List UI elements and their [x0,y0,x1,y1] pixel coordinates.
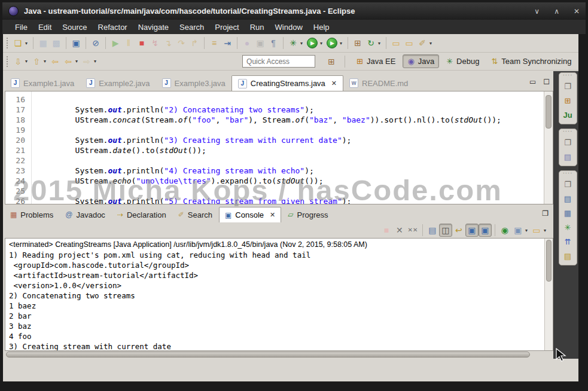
console-tab-declaration[interactable]: ⇢Declaration [112,207,172,222]
console-hscrollbar[interactable] [5,351,545,359]
scrollbar-thumb[interactable] [6,352,530,358]
editor-tab-example2-java[interactable]: JExample2.java [80,75,156,91]
menu-refactor[interactable]: Refactor [93,22,133,33]
grip-handle[interactable]: ⋅⋅⋅⋅ [563,129,573,134]
grip-handle[interactable]: ⋅⋅⋅⋅ [563,171,573,176]
last-edit-location-icon[interactable]: ⇦ [48,55,62,68]
back-dropdown[interactable]: ▾ [75,59,78,64]
hierarchy-view-icon[interactable]: ⊞ [561,94,574,106]
debug-icon[interactable]: ✳ [287,36,300,50]
maximize-view-icon[interactable]: ☐ [543,78,550,86]
search-icon[interactable]: ✐ [416,36,429,50]
code-area[interactable]: System.out.println("2) Concatenating two… [32,91,544,204]
close-button[interactable]: ✕ [574,7,580,16]
step-filters-icon[interactable]: ⇥ [221,36,234,50]
show-stdout-icon[interactable]: ▣ [465,224,479,237]
display-console-icon[interactable]: ▣ [511,224,525,237]
menu-navigate[interactable]: Navigate [133,22,174,33]
menu-help[interactable]: Help [308,22,335,33]
forward-icon[interactable]: ⇨ [80,55,93,68]
next-annotation-icon[interactable]: ⇩ [11,55,25,68]
grip-handle[interactable]: ⋅⋅⋅⋅ [563,73,573,78]
console-tab-problems[interactable]: ▦Problems [5,207,59,222]
close-icon[interactable]: ✕ [270,211,275,219]
junit-view-icon[interactable]: Ju [561,109,574,121]
external-tools-dropdown[interactable]: ▾ [340,41,342,46]
menu-run[interactable]: Run [245,22,270,33]
word-wrap-icon[interactable]: ↩ [452,224,465,237]
run-history-icon[interactable]: ≡ [208,36,221,50]
update-project-icon[interactable]: ↻ [364,36,377,50]
show-stderr-icon[interactable]: ▣ [479,224,492,237]
new-wizard-icon[interactable]: ❏ [11,36,25,50]
show-whitespace-icon[interactable]: ¶ [267,36,280,50]
properties-view-icon[interactable]: ▦ [561,207,574,219]
synchronize-view-icon[interactable]: ⇈ [561,236,574,248]
new-wizard-dropdown[interactable]: ▾ [25,41,28,46]
perspective-java[interactable]: ◉Java [403,54,439,68]
next-annotation-dropdown[interactable]: ▾ [25,59,28,64]
history-view-icon[interactable]: ▤ [561,250,574,262]
external-tools-icon[interactable]: ▶ [327,38,337,48]
pin-console-icon[interactable]: ◉ [498,224,511,237]
display-console-dropdown[interactable]: ▾ [525,228,528,233]
maximize-button[interactable]: ∧ [554,7,559,16]
console-body[interactable]: <terminated> CreatingStreams [Java Appli… [5,238,553,351]
menu-source[interactable]: Source [57,22,92,33]
debug-dropdown[interactable]: ▾ [300,41,303,46]
close-icon[interactable]: ✕ [331,80,337,87]
remove-launch-icon[interactable]: ✕ [393,224,406,237]
back-icon[interactable]: ⇦ [62,55,75,68]
quick-access-input[interactable] [242,55,315,68]
console-tab-javadoc[interactable]: @Javadoc [60,207,111,222]
scrollbar-thumb[interactable] [546,95,552,129]
open-perspective-icon[interactable]: ⊞ [325,55,338,68]
menu-search[interactable]: Search [174,22,209,33]
toolbar-grip[interactable] [7,38,8,48]
console-tab-progress[interactable]: ▱Progress [282,207,333,222]
perspective-team-synchronizing[interactable]: ⇅Team Synchronizing [486,54,576,68]
open-console-dropdown[interactable]: ▾ [544,228,546,233]
debug-view-icon[interactable]: ✳ [561,221,574,233]
outline-view-icon[interactable]: ▤ [561,151,574,163]
servers-view-icon[interactable]: ▤ [561,193,574,204]
previous-annotation-icon[interactable]: ⇧ [30,55,43,68]
open-resource-icon[interactable]: ▭ [403,36,416,50]
menu-edit[interactable]: Edit [33,22,57,33]
scrollbar-thumb[interactable] [546,240,552,282]
editor-tab-creatingstreams-java[interactable]: JCreatingStreams.java✕ [231,75,343,91]
skip-breakpoints-icon[interactable]: ⊘ [89,36,102,50]
restore-view-icon[interactable]: ❐ [561,136,574,148]
editor-tab-example3-java[interactable]: JExample3.java [156,75,231,91]
menu-window[interactable]: Window [270,22,308,33]
console-tab-search[interactable]: ✐Search [173,207,218,222]
restore-view-icon[interactable]: ❐ [561,80,574,92]
menu-file[interactable]: File [10,22,33,33]
terminate-icon[interactable]: ■ [135,36,148,50]
editor-tab-readme-md[interactable]: wREADME.md [343,75,414,91]
perspective-debug[interactable]: ✳Debug [441,54,484,68]
minimize-view-icon[interactable]: ▭ [529,78,536,86]
open-console-icon[interactable]: ▭ [530,224,543,237]
perspective-java-ee[interactable]: ⊞Java EE [352,54,400,68]
run-dropdown[interactable]: ▾ [320,41,322,46]
editor-tab-example1-java[interactable]: JExample1.java [5,75,80,91]
open-console-view-icon[interactable]: ▣ [69,36,83,50]
restore-view-icon[interactable]: ❐ [542,209,549,218]
editor-scrollbar[interactable] [544,91,553,204]
scroll-lock-icon[interactable]: ◫ [439,224,452,237]
new-java-project-icon[interactable]: ⊞ [351,36,364,50]
run-icon[interactable]: ▶ [307,38,318,48]
toolbar-grip[interactable] [7,56,8,67]
forward-dropdown[interactable]: ▾ [94,59,96,64]
clear-console-icon[interactable]: ▤ [426,224,439,237]
previous-annotation-dropdown[interactable]: ▾ [44,59,46,64]
menu-project[interactable]: Project [209,22,244,33]
minimize-button[interactable]: ∨ [534,7,540,16]
restore-view-icon[interactable]: ❐ [561,178,574,190]
console-tab-console[interactable]: ▣Console✕ [219,207,281,222]
console-scrollbar[interactable] [544,239,553,350]
update-project-dropdown[interactable]: ▾ [378,41,380,46]
editor-body[interactable]: 1617181920212223242526 System.out.printl… [5,91,553,204]
open-type-icon[interactable]: ▭ [389,36,403,50]
